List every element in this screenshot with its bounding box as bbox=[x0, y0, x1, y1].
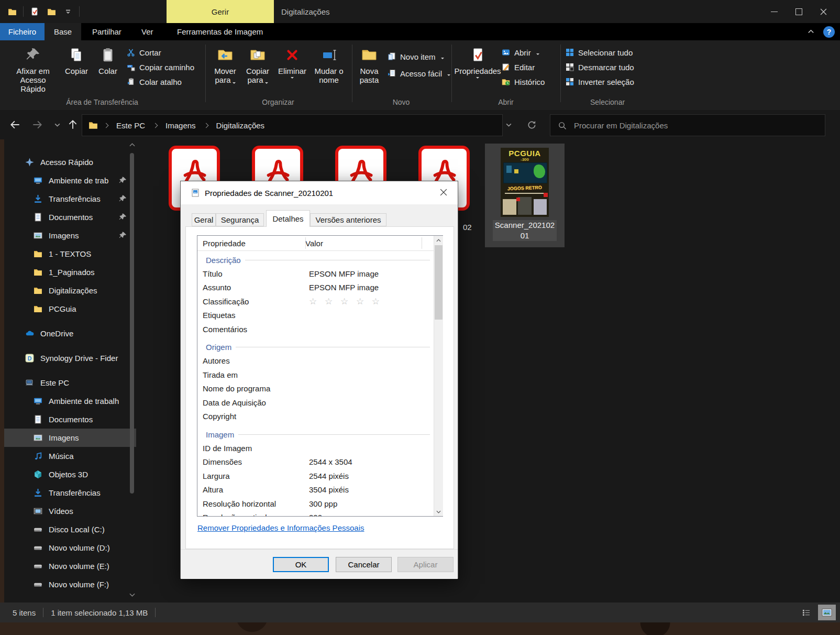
tab-partilhar[interactable]: Partilhar bbox=[83, 23, 131, 40]
ok-button[interactable]: OK bbox=[273, 557, 329, 572]
contextual-tab-header-gerir[interactable]: Gerir bbox=[167, 0, 274, 23]
pin-to-quick-access-button[interactable]: Afixar em Acesso Rápido bbox=[7, 45, 59, 93]
sidebar-scroll-thumb[interactable] bbox=[130, 153, 134, 494]
customize-toolbar-dropdown-icon[interactable] bbox=[62, 6, 74, 17]
sidebar-item-pcguia[interactable]: PCGuia bbox=[4, 300, 136, 318]
property-row[interactable]: Nome do programa bbox=[197, 382, 433, 396]
address-dropdown-button[interactable] bbox=[501, 117, 516, 132]
copy-button[interactable]: Copiar bbox=[61, 45, 92, 75]
sidebar-item-este-pc[interactable]: Este PC bbox=[4, 374, 136, 392]
sidebar-item-onedrive[interactable]: OneDrive bbox=[4, 324, 136, 343]
cut-button[interactable]: Cortar bbox=[127, 46, 194, 59]
sidebar-item-v-deos[interactable]: Vídeos bbox=[4, 502, 136, 520]
search-box[interactable] bbox=[550, 114, 825, 136]
sidebar-item-1-paginados[interactable]: 1_Paginados bbox=[4, 263, 136, 281]
sidebar-item-novo-volume-e-[interactable]: Novo volume (E:) bbox=[4, 557, 136, 575]
dialog-tab-versoes-anteriores[interactable]: Versões anteriores bbox=[310, 213, 386, 226]
dialog-tab-seguranca[interactable]: Segurança bbox=[216, 213, 264, 226]
sidebar-item-transfer-ncias[interactable]: Transferências bbox=[4, 190, 136, 208]
properties-button[interactable]: Propriedades bbox=[460, 45, 495, 80]
paste-shortcut-button[interactable]: Colar atalho bbox=[127, 75, 194, 89]
sidebar-item-m-sica[interactable]: Música bbox=[4, 447, 136, 465]
property-row[interactable]: Comentários bbox=[197, 322, 433, 336]
ribbon-collapse-icon[interactable] bbox=[807, 28, 815, 36]
close-button[interactable] bbox=[811, 0, 836, 23]
sidebar-item-digitaliza-es[interactable]: Digitalizações bbox=[4, 281, 136, 300]
sidebar-item-novo-volume-f-[interactable]: Novo volume (F:) bbox=[4, 575, 136, 594]
thumbnail-view-button[interactable] bbox=[818, 605, 836, 620]
dialog-scrollbar[interactable] bbox=[434, 236, 443, 516]
sidebar-item-disco-local-c-[interactable]: Disco Local (C:) bbox=[4, 520, 136, 539]
move-to-button[interactable]: Mover para bbox=[209, 45, 241, 84]
new-item-button[interactable]: Novo item bbox=[388, 50, 450, 63]
sidebar-item-objetos-3d[interactable]: Objetos 3D bbox=[4, 465, 136, 484]
new-folder-button[interactable]: Nova pasta bbox=[354, 45, 384, 84]
property-row[interactable]: Tirada em bbox=[197, 368, 433, 382]
easy-access-button[interactable]: Acesso fácil bbox=[388, 67, 450, 80]
copy-to-button[interactable]: Copiar para bbox=[242, 45, 273, 84]
sidebar-item-documentos[interactable]: Documentos bbox=[4, 208, 136, 226]
cancel-button[interactable]: Cancelar bbox=[336, 557, 392, 572]
property-row[interactable]: Largura2544 pixéis bbox=[197, 469, 433, 483]
open-button[interactable]: Abrir bbox=[502, 46, 545, 59]
invert-selection-button[interactable]: Inverter seleção bbox=[566, 75, 634, 89]
property-row[interactable]: Dimensões2544 x 3504 bbox=[197, 455, 433, 469]
refresh-button[interactable] bbox=[524, 117, 539, 132]
property-row[interactable]: Etiquetas bbox=[197, 309, 433, 323]
recent-locations-button[interactable] bbox=[49, 117, 65, 132]
sidebar-item-ambiente-de-trab[interactable]: Ambiente de trab bbox=[4, 171, 136, 190]
property-row[interactable]: Copyright bbox=[197, 410, 433, 424]
scroll-up-icon[interactable] bbox=[434, 236, 443, 245]
dialog-tab-geral[interactable]: Geral bbox=[192, 213, 216, 226]
up-button[interactable] bbox=[65, 117, 81, 132]
new-folder-shortcut-icon[interactable] bbox=[46, 6, 57, 17]
search-input[interactable] bbox=[573, 121, 795, 130]
dialog-close-button[interactable] bbox=[433, 183, 455, 201]
sidebar-item-transfer-ncias[interactable]: Transferências bbox=[4, 484, 136, 502]
rename-button[interactable]: Mudar o nome bbox=[311, 45, 347, 84]
tab-ficheiro[interactable]: Ficheiro bbox=[0, 23, 45, 40]
history-button[interactable]: Histórico bbox=[502, 75, 545, 89]
property-row[interactable]: Resolução vertical300 ppp bbox=[197, 511, 433, 517]
dialog-tab-detalhes[interactable]: Detalhes bbox=[266, 210, 310, 227]
sidebar-item-acesso-r-pido[interactable]: Acesso Rápido bbox=[4, 153, 136, 171]
remove-properties-link[interactable]: Remover Propriedades e Informações Pesso… bbox=[197, 523, 364, 532]
breadcrumb-este-pc[interactable]: Este PC bbox=[114, 121, 147, 130]
deselect-all-button[interactable]: Desmarcar tudo bbox=[566, 60, 634, 74]
sidebar-item-documentos[interactable]: Documentos bbox=[4, 410, 136, 429]
property-row[interactable]: AssuntoEPSON MFP image bbox=[197, 281, 433, 295]
property-row[interactable]: Altura3504 pixéis bbox=[197, 483, 433, 497]
property-row[interactable]: Autores bbox=[197, 354, 433, 368]
scroll-down-icon[interactable] bbox=[434, 507, 443, 516]
help-button[interactable]: ? bbox=[823, 26, 835, 38]
tab-ferramentas-de-imagem[interactable]: Ferramentas de Imagem bbox=[168, 23, 272, 40]
select-all-button[interactable]: Selecionar tudo bbox=[566, 46, 634, 59]
property-row[interactable]: Classificação☆ ☆ ☆ ☆ ☆ bbox=[197, 294, 433, 309]
delete-button[interactable]: Eliminar bbox=[277, 45, 308, 80]
property-row[interactable]: Resolução horizontal300 ppp bbox=[197, 497, 433, 511]
column-header-valor[interactable]: Valor bbox=[305, 239, 323, 248]
sidebar-item-imagens[interactable]: Imagens bbox=[4, 429, 136, 447]
sidebar-scrollbar[interactable] bbox=[128, 139, 136, 603]
property-row[interactable]: TítuloEPSON MFP image bbox=[197, 267, 433, 281]
breadcrumb-digitalizacoes[interactable]: Digitalizações bbox=[214, 121, 267, 130]
tab-ver[interactable]: Ver bbox=[132, 23, 163, 40]
sidebar-item-ambiente-de-trabalh[interactable]: Ambiente de trabalh bbox=[4, 392, 136, 410]
sidebar-item-synology-drive-fider[interactable]: DSynology Drive - Fider bbox=[4, 349, 136, 367]
details-view-button[interactable] bbox=[797, 605, 815, 620]
maximize-button[interactable] bbox=[787, 0, 811, 23]
property-row[interactable]: Data de Aquisição bbox=[197, 396, 433, 410]
sidebar-item-novo-volume-d-[interactable]: Novo volume (D:) bbox=[4, 539, 136, 557]
apply-button[interactable]: Aplicar bbox=[397, 557, 454, 572]
folder-icon[interactable] bbox=[6, 6, 18, 17]
sidebar-item-imagens[interactable]: Imagens bbox=[4, 226, 136, 245]
minimize-button[interactable] bbox=[762, 0, 787, 23]
address-bar[interactable]: Este PC Imagens Digitalizações bbox=[82, 114, 503, 136]
column-header-propriedade[interactable]: Propriedade bbox=[197, 239, 305, 248]
property-row[interactable]: ID de Imagem bbox=[197, 441, 433, 455]
properties-shortcut-icon[interactable] bbox=[29, 6, 40, 17]
breadcrumb-imagens[interactable]: Imagens bbox=[163, 121, 198, 130]
tab-base[interactable]: Base bbox=[45, 23, 81, 40]
forward-button[interactable] bbox=[29, 117, 45, 132]
edit-button[interactable]: Editar bbox=[502, 60, 545, 74]
